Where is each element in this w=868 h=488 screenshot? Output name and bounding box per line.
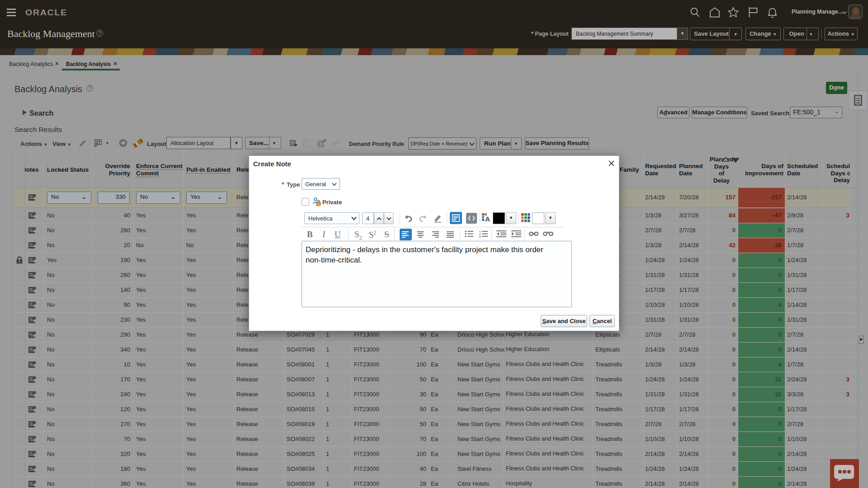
svg-text:A: A xyxy=(485,215,490,223)
svg-text:3: 3 xyxy=(479,235,481,238)
